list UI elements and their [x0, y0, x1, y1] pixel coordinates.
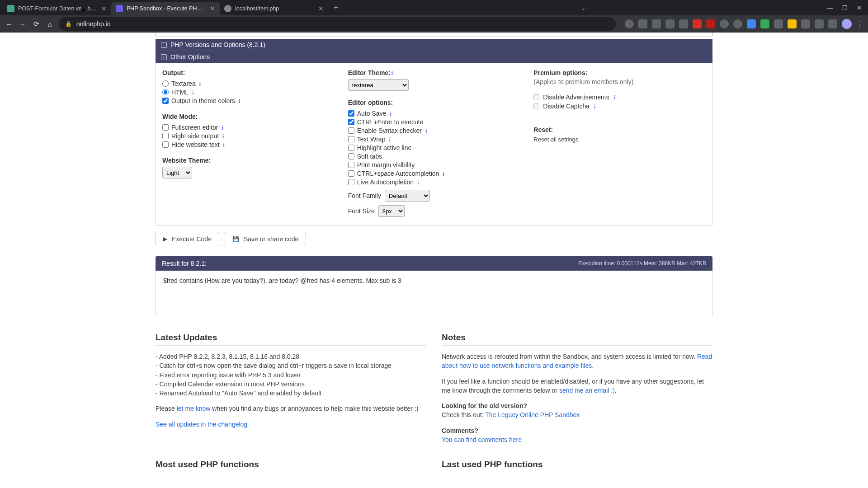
minimize-icon[interactable]: —	[827, 5, 833, 11]
expand-icon: +	[161, 42, 167, 48]
checkbox-input[interactable]	[348, 145, 354, 151]
close-icon[interactable]: ✕	[101, 5, 107, 12]
info-icon[interactable]: i	[594, 103, 596, 109]
tab-title: localhost/test.php	[235, 5, 315, 12]
info-icon[interactable]: i	[223, 142, 226, 147]
info-icon[interactable]: i	[614, 94, 616, 100]
accordion-other-options[interactable]: + Other Options	[156, 51, 712, 63]
new-tab-button[interactable]: +	[328, 3, 344, 13]
browser-menu-icon[interactable]: ⋮	[856, 20, 863, 28]
radio-input[interactable]	[162, 89, 169, 95]
home-icon[interactable]: ⌂	[45, 20, 54, 28]
select-editor-theme[interactable]: textarea	[348, 79, 409, 91]
extension-icon[interactable]	[706, 19, 715, 28]
checkbox-ctrlspace[interactable]: CTRL+space Autocompletioni	[348, 169, 520, 178]
label-font-size: Font Size	[348, 207, 375, 215]
extension-icon[interactable]	[625, 19, 634, 28]
link-comments[interactable]: You can find comments here	[442, 436, 522, 443]
latest-updates: Latest Updates - Added PHP 8.2.2, 8.2.3,…	[156, 333, 426, 446]
back-icon[interactable]: ←	[5, 20, 14, 28]
select-font-family[interactable]: Default	[385, 190, 430, 202]
extension-icon[interactable]	[720, 19, 729, 28]
checkbox-input[interactable]	[162, 124, 169, 131]
side-panel-icon[interactable]	[828, 19, 837, 28]
save-button[interactable]: 💾 Save or share code	[225, 232, 306, 246]
checkbox-input[interactable]	[348, 127, 354, 134]
checkbox-input[interactable]	[162, 98, 169, 104]
browser-tab-2[interactable]: PHP Sandbox - Execute PHP cod ✕	[111, 2, 220, 15]
extension-icon[interactable]	[638, 19, 647, 28]
address-bar[interactable]: 🔒 onlinephp.io	[59, 17, 616, 31]
checkbox-liveauto[interactable]: Live Autocompletioni	[348, 178, 520, 186]
checkbox-highlight[interactable]: Highlight active line	[348, 143, 520, 152]
info-icon[interactable]: i	[389, 136, 391, 142]
checkbox-input[interactable]	[162, 141, 169, 148]
accordion-php-versions[interactable]: + PHP Versions and Options (8.2.1)	[156, 39, 712, 51]
forward-icon[interactable]: →	[18, 20, 27, 28]
checkbox-input[interactable]	[348, 162, 354, 168]
browser-tab-1[interactable]: POST-Formular Daten ve…beite ✕	[3, 2, 111, 15]
checkbox-disabled-icon	[533, 103, 539, 109]
extension-icon[interactable]	[760, 19, 769, 28]
checkbox-fullscreen[interactable]: Fullscreen editori	[162, 123, 335, 131]
maximize-icon[interactable]: ❐	[842, 5, 848, 11]
link-changelog[interactable]: See all updates in the changelog	[156, 421, 247, 428]
extension-icon[interactable]	[665, 19, 675, 28]
checkbox-ctrlenter[interactable]: CTRL+Enter to execute	[348, 117, 520, 126]
checkbox-theme-colors[interactable]: Output in theme colorsi	[162, 96, 335, 105]
info-icon[interactable]: i	[417, 179, 420, 185]
link-send-email[interactable]: send me an email :)	[559, 387, 615, 394]
checkbox-input[interactable]	[348, 170, 354, 177]
extension-icon[interactable]	[788, 19, 797, 28]
info-icon[interactable]: i	[222, 133, 225, 139]
checkbox-syntax[interactable]: Enable Syntax checkeri	[348, 126, 520, 135]
checkbox-hidetext[interactable]: Hide website texti	[162, 140, 335, 149]
extension-icon[interactable]	[801, 19, 810, 28]
checkbox-input[interactable]	[162, 133, 169, 139]
execute-button[interactable]: ▶ Execute Code	[156, 232, 219, 246]
browser-tab-3[interactable]: localhost/test.php ✕	[220, 2, 328, 15]
window-close-icon[interactable]: ✕	[857, 5, 862, 11]
checkbox-input[interactable]	[348, 179, 354, 185]
extension-icon[interactable]	[679, 19, 688, 28]
info-icon[interactable]: i	[222, 125, 224, 130]
select-font-size[interactable]: 8px	[378, 205, 405, 217]
checkbox-input[interactable]	[348, 153, 354, 160]
extension-icon[interactable]	[693, 19, 702, 28]
info-icon[interactable]: i	[390, 111, 392, 116]
close-icon[interactable]: ✕	[318, 5, 324, 12]
checkbox-softtabs[interactable]: Soft tabs	[348, 152, 520, 160]
checkbox-input[interactable]	[348, 136, 354, 142]
extension-icon[interactable]	[774, 19, 783, 28]
info-icon[interactable]: i	[192, 89, 194, 95]
radio-output-textarea[interactable]: Textareai	[162, 79, 335, 88]
radio-output-html[interactable]: HTMLi	[162, 88, 335, 96]
profile-avatar[interactable]	[842, 19, 852, 29]
info-icon[interactable]: i	[443, 171, 445, 176]
tab-overflow-icon[interactable]: ⌄	[581, 5, 586, 11]
info-icon[interactable]: i	[199, 81, 202, 86]
reload-icon[interactable]: ⟳	[32, 20, 41, 28]
action-buttons: ▶ Execute Code 💾 Save or share code	[156, 232, 712, 246]
checkbox-printmargin[interactable]: Print margin visibility	[348, 160, 520, 169]
link-let-me-know[interactable]: let me know	[177, 405, 211, 412]
link-legacy-sandbox[interactable]: The Legacy Online PHP Sandbox	[485, 411, 580, 418]
info-icon[interactable]: i	[425, 128, 428, 133]
label-font-family: Font Family	[348, 192, 381, 199]
extension-icon[interactable]	[747, 19, 756, 28]
extensions-menu-icon[interactable]	[815, 19, 824, 28]
extension-icon[interactable]	[652, 19, 661, 28]
extension-icon[interactable]	[733, 19, 742, 28]
link-reset-settings[interactable]: Reset all settings	[533, 136, 578, 143]
checkbox-rightside[interactable]: Right side outputi	[162, 131, 335, 140]
checkbox-textwrap[interactable]: Text Wrapi	[348, 135, 520, 143]
option-label: Output in theme colors	[171, 97, 235, 104]
checkbox-autosave[interactable]: Auto Savei	[348, 109, 520, 117]
checkbox-input[interactable]	[348, 119, 354, 125]
info-icon[interactable]: i	[392, 70, 394, 75]
radio-input[interactable]	[162, 80, 169, 87]
close-icon[interactable]: ✕	[210, 5, 215, 12]
checkbox-input[interactable]	[348, 110, 354, 117]
select-website-theme[interactable]: Light	[162, 167, 192, 178]
info-icon[interactable]: i	[239, 98, 241, 103]
